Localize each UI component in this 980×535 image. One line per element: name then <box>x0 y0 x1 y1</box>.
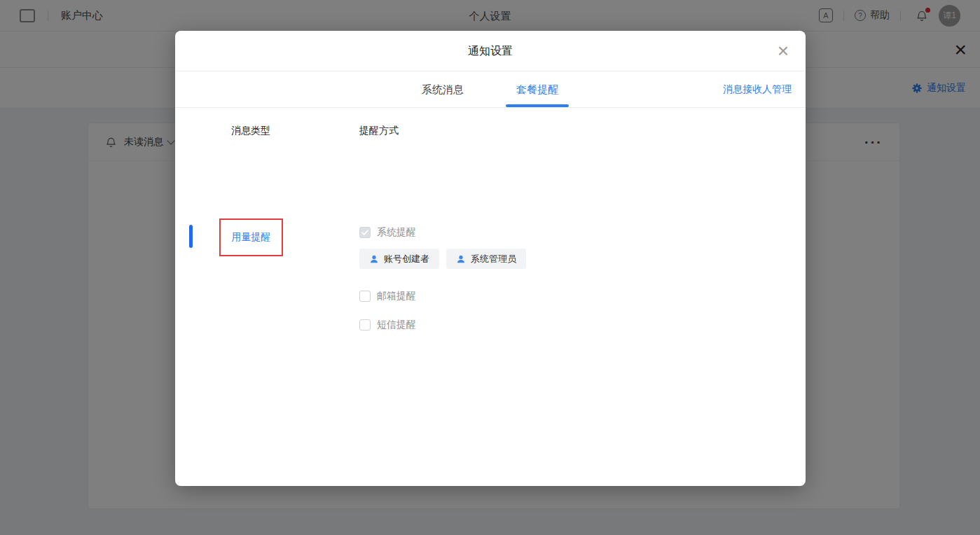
message-type-usage-reminder[interactable]: 用量提醒 <box>232 231 271 244</box>
option-label: 短信提醒 <box>377 319 416 331</box>
active-tab-underline <box>506 104 569 107</box>
option-email-reminder: 邮箱提醒 <box>359 290 416 303</box>
person-icon <box>456 254 466 264</box>
modal-title: 通知设置 <box>175 31 806 71</box>
recipient-manage-link[interactable]: 消息接收人管理 <box>723 71 792 107</box>
check-icon <box>361 230 368 235</box>
modal-close-icon[interactable]: × <box>778 41 789 61</box>
option-label: 系统提醒 <box>377 226 416 239</box>
recipient-tag: 账号创建者 <box>359 249 439 269</box>
notification-settings-modal: 通知设置 × 系统消息 套餐提醒 消息接收人管理 消息类型 用量提醒 提醒方式 <box>175 31 806 486</box>
option-system-reminder: 系统提醒 <box>359 226 416 239</box>
option-sms-reminder: 短信提醒 <box>359 319 416 331</box>
recipient-tags: 账号创建者 系统管理员 <box>359 249 526 269</box>
remind-method-header: 提醒方式 <box>359 125 399 137</box>
option-label: 邮箱提醒 <box>377 290 416 303</box>
person-icon <box>369 254 379 264</box>
selected-indicator-bar <box>189 225 193 248</box>
recipient-tag-label: 系统管理员 <box>471 253 516 265</box>
annotation-box: 用量提醒 <box>219 218 283 256</box>
tab-package-reminder[interactable]: 套餐提醒 <box>506 71 569 107</box>
checkbox-system-reminder <box>359 227 371 238</box>
modal-body: 消息类型 用量提醒 提醒方式 系统提醒 <box>175 108 806 487</box>
tab-system-messages[interactable]: 系统消息 <box>422 71 464 107</box>
checkbox-email-reminder[interactable] <box>359 291 371 302</box>
message-type-header: 消息类型 <box>231 125 270 137</box>
recipient-tag-label: 账号创建者 <box>384 253 429 265</box>
modal-tabs: 系统消息 套餐提醒 消息接收人管理 <box>175 71 806 108</box>
modal-header: 通知设置 × <box>175 31 806 71</box>
screen: 账户中心 个人设置 A ? 帮助 谭1 × <box>0 0 980 535</box>
checkbox-sms-reminder[interactable] <box>359 319 371 331</box>
recipient-tag: 系统管理员 <box>446 249 526 269</box>
